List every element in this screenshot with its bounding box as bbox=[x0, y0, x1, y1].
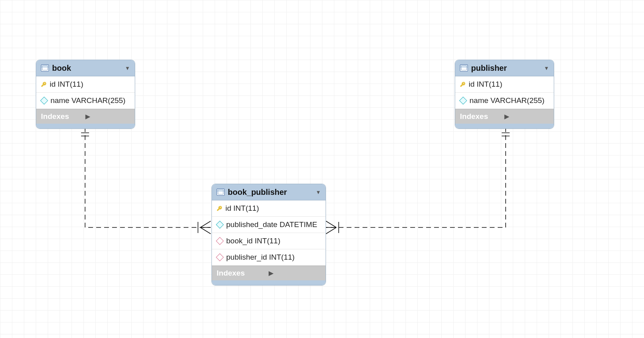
entity-footer bbox=[36, 124, 135, 128]
column-row[interactable]: publisher_id INT(11) bbox=[212, 249, 326, 266]
column-text: name VARCHAR(255) bbox=[469, 96, 545, 105]
collapse-icon[interactable]: ▼ bbox=[544, 65, 549, 71]
entity-title: publisher bbox=[471, 64, 541, 73]
column-text: id INT(11) bbox=[225, 204, 259, 213]
attribute-icon bbox=[40, 97, 48, 105]
indexes-section[interactable]: Indexes ▶ bbox=[36, 109, 135, 124]
entity-title: book bbox=[52, 64, 122, 73]
er-canvas[interactable]: book ▼ id INT(11) name VARCHAR(255) Inde… bbox=[0, 0, 644, 338]
column-text: published_date DATETIME bbox=[226, 220, 317, 229]
column-row[interactable]: name VARCHAR(255) bbox=[36, 93, 135, 109]
entity-header[interactable]: publisher ▼ bbox=[455, 60, 554, 76]
attribute-icon bbox=[459, 97, 467, 105]
column-text: book_id INT(11) bbox=[226, 237, 280, 245]
column-text: id INT(11) bbox=[50, 80, 83, 89]
column-row[interactable]: name VARCHAR(255) bbox=[455, 93, 554, 109]
attribute-icon bbox=[216, 221, 224, 229]
indexes-label: Indexes bbox=[460, 112, 504, 121]
entity-header[interactable]: book_publisher ▼ bbox=[212, 184, 326, 200]
primary-key-icon bbox=[217, 206, 222, 211]
table-icon bbox=[460, 64, 468, 72]
collapse-icon[interactable]: ▼ bbox=[316, 189, 321, 195]
column-row[interactable]: published_date DATETIME bbox=[212, 217, 326, 233]
primary-key-icon bbox=[460, 82, 466, 87]
indexes-section[interactable]: Indexes ▶ bbox=[212, 266, 326, 280]
column-row[interactable]: id INT(11) bbox=[455, 76, 554, 93]
entity-footer bbox=[455, 124, 554, 128]
entity-title: book_publisher bbox=[228, 188, 312, 197]
expand-icon[interactable]: ▶ bbox=[269, 270, 321, 277]
expand-icon[interactable]: ▶ bbox=[85, 113, 130, 120]
primary-key-icon bbox=[41, 82, 47, 87]
column-text: publisher_id INT(11) bbox=[226, 253, 295, 262]
table-icon bbox=[41, 64, 49, 72]
relationship-lines bbox=[0, 0, 644, 338]
indexes-label: Indexes bbox=[41, 112, 85, 121]
table-icon bbox=[217, 188, 225, 196]
column-text: name VARCHAR(255) bbox=[50, 96, 126, 105]
entity-footer bbox=[212, 280, 326, 285]
entity-book[interactable]: book ▼ id INT(11) name VARCHAR(255) Inde… bbox=[36, 60, 135, 129]
collapse-icon[interactable]: ▼ bbox=[125, 65, 130, 71]
column-row[interactable]: id INT(11) bbox=[212, 200, 326, 217]
indexes-label: Indexes bbox=[217, 269, 269, 278]
column-row[interactable]: book_id INT(11) bbox=[212, 233, 326, 249]
indexes-section[interactable]: Indexes ▶ bbox=[455, 109, 554, 124]
foreign-key-icon bbox=[216, 237, 224, 245]
foreign-key-icon bbox=[216, 253, 224, 261]
expand-icon[interactable]: ▶ bbox=[504, 113, 549, 120]
entity-book-publisher[interactable]: book_publisher ▼ id INT(11) published_da… bbox=[211, 184, 326, 286]
entity-header[interactable]: book ▼ bbox=[36, 60, 135, 76]
column-text: id INT(11) bbox=[469, 80, 502, 89]
entity-publisher[interactable]: publisher ▼ id INT(11) name VARCHAR(255)… bbox=[455, 60, 554, 129]
column-row[interactable]: id INT(11) bbox=[36, 76, 135, 93]
